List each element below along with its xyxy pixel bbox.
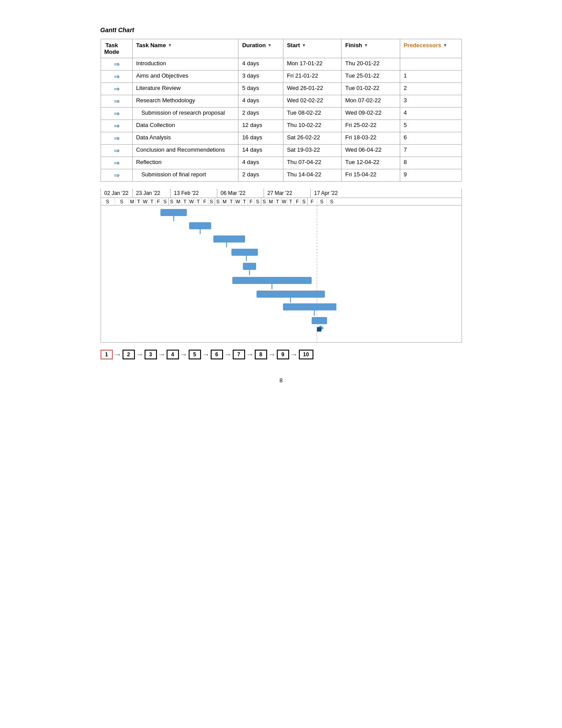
milestone-arrow: → [114,350,122,359]
finish-cell: Mon 07-02-22 [342,95,400,108]
gantt-bar-6 [232,277,312,284]
day-label: W [235,198,242,205]
task-mode-icon: ⇒ [114,147,119,154]
start-cell: Mon 17-01-22 [283,58,341,71]
milestone-arrow: → [180,350,188,359]
month-label-6: 17 Apr '22 [311,189,342,198]
finish-cell: Thu 20-01-22 [342,58,400,71]
table-row: ⇒Introduction4 daysMon 17-01-22Thu 20-01… [100,58,462,71]
finish-cell: Fri 15-04-22 [342,169,400,182]
day-label: W [281,198,288,205]
pred-cell: 7 [400,145,462,157]
sort-finish-icon[interactable]: ▼ [364,43,368,48]
pred-cell: 6 [400,132,462,145]
task-mode-cell: ⇒ [100,58,132,71]
sort-start-icon[interactable]: ▼ [302,43,306,48]
gantt-bar-2 [189,222,211,229]
task-mode-icon: ⇒ [114,73,119,80]
gantt-bar-9 [312,317,327,324]
milestone-box-8: 8 [255,350,267,359]
day-label: M [175,198,182,205]
day-label: S [162,198,169,205]
task-mode-cell: ⇒ [100,120,132,132]
milestone-arrow: → [158,350,166,359]
table-row: ⇒Research Methodology4 daysWed 02-02-22M… [100,95,462,108]
month-label-2: 23 Jan '22 [133,189,171,198]
milestone-box-7: 7 [233,350,245,359]
duration-cell: 4 days [238,157,283,169]
day-label: T [275,198,281,205]
finish-cell: Fri 25-02-22 [342,120,400,132]
task-mode-cell: ⇒ [100,83,132,95]
finish-cell: Tue 12-04-22 [342,157,400,169]
day-label: S [208,198,215,205]
task-mode-icon: ⇒ [114,85,119,93]
duration-cell: 16 days [238,132,283,145]
milestone-arrow: → [268,350,276,359]
task-mode-icon: ⇒ [114,122,119,130]
gantt-bar-4 [231,249,258,256]
gantt-chart-area: 02 Jan '22 23 Jan '22 13 Feb '22 06 Mar … [100,189,462,343]
task-mode-icon: ⇒ [114,97,119,105]
task-mode-icon: ⇒ [114,110,119,117]
task-mode-icon: ⇒ [114,134,119,142]
milestone-box-9: 9 [277,350,289,359]
pred-cell: 5 [400,120,462,132]
sort-taskname-icon[interactable]: ▼ [167,43,172,48]
month-label-1: 02 Jan '22 [101,189,133,198]
month-label-5: 27 Mar '22 [264,189,311,198]
month-label-4: 06 Mar '22 [217,189,264,198]
header-start: Start ▼ [283,39,341,58]
day-label: F [156,198,162,205]
table-row: ⇒Submission of final report2 daysThu 14-… [100,169,462,182]
duration-cell: 14 days [238,145,283,157]
day-label: T [288,198,294,205]
milestone-box-1: 1 [100,350,113,359]
task-mode-cell: ⇒ [100,71,132,83]
finish-cell: Wed 09-02-22 [342,108,400,120]
sort-pred-icon[interactable]: ▼ [443,43,447,48]
day-label: F [294,198,301,205]
table-row: ⇒Aims and Objectives3 daysFri 21-01-22Tu… [100,71,462,83]
pred-cell: 1 [400,71,462,83]
milestone-box-2: 2 [123,350,135,359]
task-mode-icon: ⇒ [114,172,119,179]
duration-cell: 2 days [238,169,283,182]
day-label: S [101,198,115,205]
finish-cell: Tue 01-02-22 [342,83,400,95]
month-label-3: 13 Feb '22 [171,189,217,198]
day-label: M [129,198,136,205]
header-duration: Duration ▼ [238,39,283,58]
header-finish: Finish ▼ [342,39,400,58]
day-label: T [149,198,156,205]
task-mode-cell: ⇒ [100,145,132,157]
duration-cell: 2 days [238,108,283,120]
day-label: S [317,198,327,205]
milestone-box-3: 3 [145,350,157,359]
start-cell: Thu 07-04-22 [283,157,341,169]
milestone-box-10: 10 [299,350,313,359]
gantt-bar-1 [160,209,187,216]
gantt-table: TaskMode Task Name ▼ Duration ▼ Start ▼ … [100,39,462,182]
header-predecessors: Predecessors ▼ [400,39,462,58]
gantt-marker-10 [317,327,321,332]
day-label: W [142,198,149,205]
task-mode-cell: ⇒ [100,132,132,145]
task-name-cell: Data Analysis [132,132,238,145]
finish-cell: Tue 25-01-22 [342,71,400,83]
duration-cell: 12 days [238,120,283,132]
day-label: S [261,198,268,205]
start-cell: Sat 26-02-22 [283,132,341,145]
start-cell: Wed 26-01-22 [283,83,341,95]
task-name-cell: Data Collection [132,120,238,132]
task-name-cell: Introduction [132,58,238,71]
milestone-arrow: → [246,350,254,359]
pred-cell: 4 [400,108,462,120]
pred-cell [400,58,462,71]
sort-duration-icon[interactable]: ▼ [268,43,272,48]
day-label: W [189,198,195,205]
milestone-sequence: 1 → 2 → 3 → 4 → 5 → 6 → 7 → 8 → 9 → 10 [100,350,462,359]
day-label: S [115,198,129,205]
chart-title: Gantt Chart [100,26,462,34]
milestone-box-6: 6 [211,350,223,359]
